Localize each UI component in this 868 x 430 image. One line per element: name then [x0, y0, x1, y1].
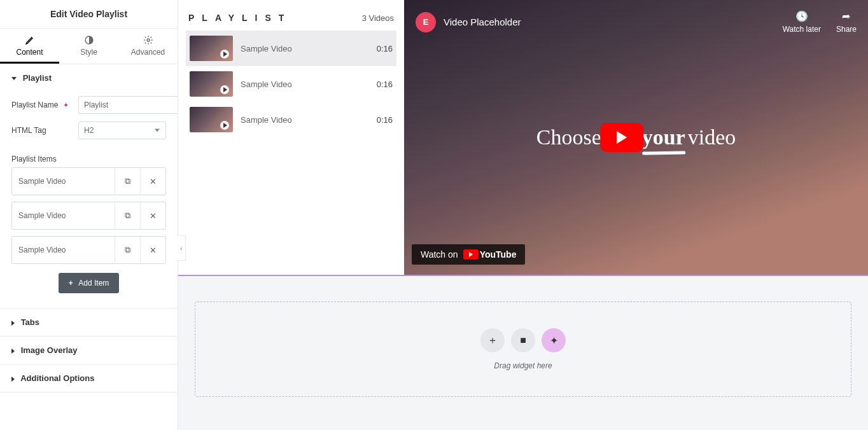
- add-ai-button[interactable]: ✦: [542, 328, 566, 352]
- sidebar-title: Edit Video Playlist: [0, 0, 178, 29]
- youtube-logo-icon: YouTube: [463, 249, 517, 260]
- play-button-icon[interactable]: [600, 123, 643, 152]
- caret-down-icon: [11, 77, 17, 80]
- editor-sidebar: Edit Video Playlist Content Style Advanc…: [0, 0, 178, 430]
- ai-sparkle-icon[interactable]: ✦: [63, 101, 69, 109]
- caret-right-icon: [11, 377, 15, 382]
- playlist-item-title[interactable]: Sample Video: [12, 204, 115, 228]
- tab-style[interactable]: Style: [59, 29, 118, 64]
- tab-content[interactable]: Content: [0, 29, 59, 64]
- copy-icon: ⧉: [125, 245, 130, 255]
- collapse-sidebar-button[interactable]: ‹: [178, 235, 186, 261]
- tab-advanced[interactable]: Advanced: [118, 29, 178, 64]
- tab-advanced-label: Advanced: [131, 48, 165, 57]
- playlist-video-item[interactable]: Sample Video 0:16: [186, 31, 396, 66]
- share-icon: ➦: [836, 10, 857, 22]
- add-item-button[interactable]: + Add Item: [59, 273, 120, 293]
- playlist-video-item[interactable]: Sample Video 0:16: [186, 66, 396, 102]
- elementor-logo-icon: E: [416, 12, 436, 32]
- caret-right-icon: [11, 321, 15, 326]
- chevron-left-icon: ‹: [180, 245, 182, 252]
- duplicate-button[interactable]: ⧉: [115, 237, 140, 263]
- html-tag-label: HTML Tag: [11, 126, 72, 135]
- duplicate-button[interactable]: ⧉: [115, 168, 140, 195]
- video-duration: 0:16: [377, 44, 393, 53]
- preview-area: PLAYLIST 3 Videos Sample Video 0:16 Samp…: [178, 0, 868, 430]
- clock-icon: 🕓: [783, 10, 821, 22]
- playlist-item-title[interactable]: Sample Video: [12, 169, 115, 193]
- close-icon: ✕: [150, 211, 157, 221]
- playlist-video-item[interactable]: Sample Video 0:16: [186, 102, 396, 137]
- svg-point-1: [147, 39, 150, 41]
- playlist-heading: PLAYLIST: [188, 13, 291, 23]
- video-duration: 0:16: [377, 80, 393, 89]
- close-icon: ✕: [150, 177, 157, 186]
- playlist-items-label: Playlist Items: [0, 143, 178, 167]
- contrast-icon: [84, 35, 94, 45]
- html-tag-select[interactable]: H2: [78, 121, 166, 139]
- video-title: Video Placeholder: [444, 17, 521, 27]
- editor-tabs: Content Style Advanced: [0, 29, 178, 64]
- section-playlist-toggle[interactable]: Playlist: [0, 64, 178, 92]
- video-name: Sample Video: [241, 80, 369, 89]
- section-image-overlay-toggle[interactable]: Image Overlay: [0, 336, 178, 364]
- folder-icon: ■: [520, 335, 526, 346]
- playlist-item: Sample Video ⧉ ✕: [11, 202, 166, 230]
- dropzone-text: Drag widget here: [494, 361, 552, 370]
- video-thumbnail: [190, 36, 233, 61]
- section-additional-toggle[interactable]: Additional Options: [0, 364, 178, 392]
- add-widget-button[interactable]: ＋: [480, 328, 505, 352]
- video-name: Sample Video: [241, 44, 369, 53]
- duplicate-button[interactable]: ⧉: [115, 202, 140, 229]
- widget-dropzone[interactable]: ＋ ■ ✦ Drag widget here: [195, 302, 851, 397]
- pencil-icon: [25, 35, 35, 45]
- playlist-item: Sample Video ⧉ ✕: [11, 167, 166, 195]
- watch-on-youtube-button[interactable]: Watch on YouTube: [412, 244, 525, 265]
- section-playlist-label: Playlist: [23, 73, 52, 83]
- close-icon: ✕: [150, 246, 157, 255]
- delete-button[interactable]: ✕: [140, 168, 165, 195]
- add-template-button[interactable]: ■: [511, 328, 535, 352]
- copy-icon: ⧉: [125, 211, 130, 221]
- video-duration: 0:16: [377, 115, 393, 125]
- video-thumbnail: [190, 107, 233, 132]
- playlist-item-title[interactable]: Sample Video: [12, 238, 115, 262]
- delete-button[interactable]: ✕: [140, 202, 165, 229]
- copy-icon: ⧉: [125, 176, 130, 186]
- playlist-count: 3 Videos: [362, 13, 394, 23]
- video-name: Sample Video: [241, 115, 369, 125]
- playlist-item: Sample Video ⧉ ✕: [11, 236, 166, 264]
- tab-content-label: Content: [16, 48, 43, 57]
- video-player[interactable]: E Video Placeholder 🕓 Watch later ➦ Shar…: [404, 0, 868, 275]
- delete-button[interactable]: ✕: [140, 237, 165, 263]
- playlist-panel: PLAYLIST 3 Videos Sample Video 0:16 Samp…: [178, 0, 404, 275]
- share-button[interactable]: ➦ Share: [836, 10, 857, 34]
- playlist-name-label: Playlist Name ✦: [11, 101, 72, 109]
- tab-style-label: Style: [80, 48, 97, 57]
- plus-icon: +: [69, 279, 73, 288]
- watch-later-button[interactable]: 🕓 Watch later: [783, 10, 821, 34]
- video-overlay-text: Choose your video: [536, 123, 736, 152]
- plus-icon: ＋: [487, 334, 498, 347]
- sparkle-icon: ✦: [550, 335, 558, 347]
- section-tabs-toggle[interactable]: Tabs: [0, 308, 178, 336]
- gear-icon: [143, 35, 153, 45]
- caret-right-icon: [11, 349, 15, 354]
- playlist-name-input[interactable]: [78, 96, 178, 114]
- video-thumbnail: [190, 71, 233, 97]
